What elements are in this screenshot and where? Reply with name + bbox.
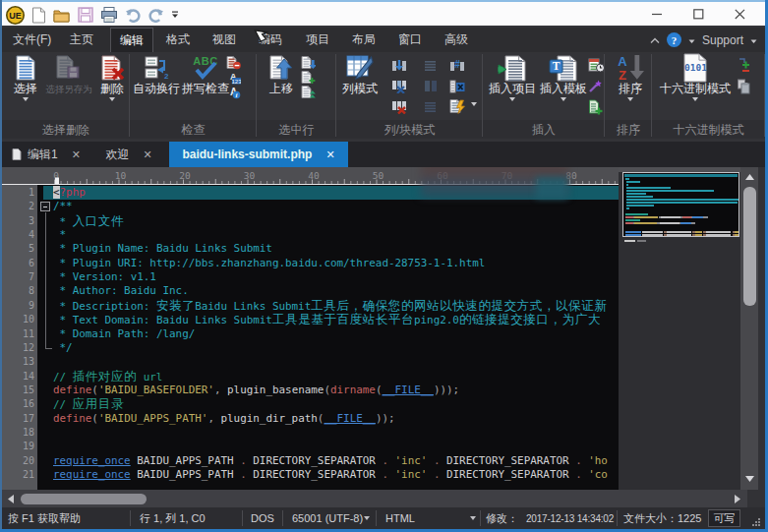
tab-close-icon[interactable]: ✕ (72, 148, 81, 161)
ribbon-button-删除[interactable]: 删除 (94, 54, 130, 101)
document-map[interactable] (619, 167, 740, 490)
ribbon-small-buttons: A123Ai (226, 55, 244, 99)
ribbon-small-button-col-down[interactable] (391, 55, 409, 76)
tab-close-icon[interactable]: ✕ (325, 148, 334, 161)
ribbon-small-button-col-flash[interactable] (449, 96, 467, 117)
fold-collapse-icon[interactable] (40, 202, 50, 211)
status-syntax[interactable]: HTML (385, 507, 415, 529)
ribbon-small-button-copy[interactable] (737, 76, 754, 96)
ribbon-small-button-doc-down[interactable] (301, 55, 319, 70)
ribbon-small-button-col-xred[interactable] (391, 96, 409, 117)
undo-button[interactable] (122, 5, 144, 25)
menu-窗口[interactable]: 窗口 (389, 28, 431, 52)
menu-编辑[interactable]: 编辑 (110, 28, 153, 52)
tab-close-icon[interactable]: ✕ (143, 148, 151, 161)
ribbon-button-选择[interactable]: 选择 (6, 54, 45, 101)
ribbon-small-button-doc-upup[interactable] (301, 85, 319, 99)
status-filesize-label: 文件大小： (623, 507, 678, 529)
document-map-line (625, 178, 629, 180)
menu-主页[interactable]: 主页 (61, 28, 102, 52)
scroll-up-icon[interactable] (741, 169, 757, 185)
status-writable-badge[interactable]: 可写 (708, 509, 740, 527)
vertical-scrollbar[interactable] (740, 167, 758, 490)
help-dropdown-icon[interactable] (688, 33, 695, 47)
maximize-button[interactable] (678, 2, 719, 26)
redo-button[interactable] (146, 5, 167, 25)
menu-高级[interactable]: 高级 (436, 28, 477, 52)
scroll-left-icon[interactable] (3, 491, 19, 506)
tab-baidu-links-submit.php[interactable]: baidu-links-submit.php✕ (169, 142, 348, 167)
tab-欢迎[interactable]: 欢迎✕ (90, 142, 167, 167)
ribbon-group-列/块模式: 列模式#列/块模式 (336, 52, 483, 139)
menu-格式[interactable]: 格式 (157, 28, 199, 52)
menu-视图[interactable]: 视图 (204, 28, 245, 52)
ribbon-button-排序[interactable]: AZ排序 (611, 54, 650, 101)
dropdown-arrow-icon[interactable] (471, 102, 477, 106)
status-syntax-dropdown-icon[interactable] (470, 507, 476, 529)
status-encoding-dropdown-icon[interactable] (364, 507, 370, 529)
line-number: 6 (5, 257, 34, 270)
ribbon-small-button-col-hash[interactable]: # (449, 55, 467, 76)
code-editor[interactable]: <?php/** * 入口文件 * * Plugin Name: Baidu L… (2, 185, 619, 490)
support-dropdown-icon[interactable] (750, 33, 757, 47)
minimize-button[interactable] (636, 2, 678, 26)
help-icon[interactable]: ? (667, 32, 681, 47)
status-lineend[interactable]: DOS (251, 507, 274, 529)
ribbon-button-插入项目[interactable]: 插入项目 (487, 54, 538, 101)
open-folder-button[interactable] (51, 5, 73, 25)
ribbon-small-button-doc-minus[interactable] (226, 55, 244, 70)
scroll-down-icon[interactable] (741, 471, 757, 487)
col-mode-icon (346, 55, 374, 81)
ribbon-button-上移[interactable]: 上移 (263, 54, 300, 95)
ribbon-small-button-a123[interactable]: A123 (226, 70, 244, 85)
ribbon-button-十六进制模式[interactable]: 0101十六进制模式 (656, 54, 735, 101)
status-separator (376, 510, 377, 526)
document-map-line (626, 196, 653, 198)
ribbon-button-自动换行[interactable]: 2自动换行 (132, 54, 181, 95)
window-border-left (0, 0, 2, 532)
menu-file[interactable]: 文件(F) (4, 28, 60, 52)
horizontal-scrollbar-thumb[interactable] (21, 494, 147, 504)
ribbon-button-列模式[interactable]: 列模式 (338, 54, 382, 95)
support-menu[interactable]: Support (702, 33, 743, 47)
status-encoding[interactable]: 65001 (UTF-8) (292, 507, 363, 529)
menu-项目[interactable]: 项目 (297, 28, 338, 52)
collapse-ribbon-icon[interactable] (650, 33, 660, 47)
qat-dropdown-button[interactable] (169, 5, 181, 25)
vertical-scrollbar-thumb[interactable] (743, 187, 756, 306)
ribbon-small-button-plusminus[interactable] (737, 55, 754, 76)
line-number: 19 (5, 440, 34, 453)
ribbon-small-button-doc-plus[interactable] (301, 70, 319, 85)
ribbon-button-插入模板[interactable]: T插入模板 (538, 54, 589, 101)
new-file-button[interactable] (28, 5, 49, 25)
app-logo[interactable]: UE (4, 5, 26, 25)
document-map-line (626, 199, 738, 201)
ribbon-button-拼写检查[interactable]: ABC拼写检查 (181, 54, 230, 95)
menubar-right: ? Support (650, 28, 757, 52)
menu-布局[interactable]: 布局 (343, 28, 384, 52)
document-map-line (667, 231, 691, 233)
sm-col-down-icon (391, 59, 407, 73)
print-button[interactable] (98, 5, 120, 25)
ribbon-small-button-a-info[interactable]: Ai (226, 85, 244, 99)
ribbon-button-label: 排序 (619, 83, 642, 95)
code-line-7: * Version: v1.1 (53, 270, 617, 284)
ribbon-small-button-col-xblue[interactable] (391, 76, 409, 96)
tab-编辑1[interactable]: 编辑1✕ (2, 142, 90, 167)
ribbon-button-label: 插入项目 (489, 83, 536, 95)
save-button[interactable] (75, 5, 96, 25)
sm-copy-icon (737, 79, 751, 94)
ribbon-small-button-col-sum[interactable] (449, 76, 467, 96)
resize-grip-icon[interactable] (752, 517, 761, 526)
document-map-viewport[interactable] (622, 172, 739, 237)
close-button[interactable] (719, 2, 760, 26)
document-map-line (706, 234, 731, 236)
code-text-area[interactable]: <?php/** * 入口文件 * * Plugin Name: Baidu L… (53, 185, 619, 490)
horizontal-scrollbar[interactable] (2, 490, 747, 507)
status-separator (242, 510, 243, 526)
status-caret[interactable]: 行 1, 列 1, C0 (140, 507, 206, 529)
document-map-current-line (624, 174, 738, 177)
scroll-right-icon[interactable] (730, 491, 745, 506)
document-map-line (642, 234, 662, 236)
document-map-line (626, 187, 670, 189)
